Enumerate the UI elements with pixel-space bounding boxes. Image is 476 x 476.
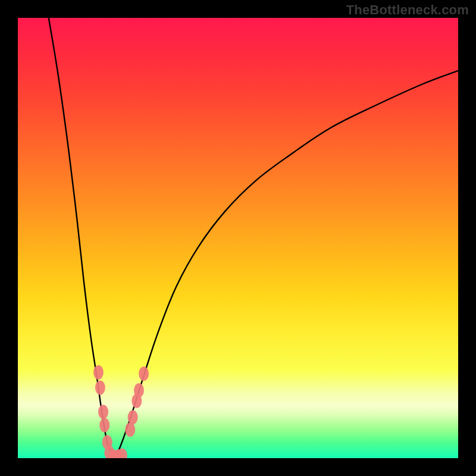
chart-frame: TheBottleneck.com (0, 0, 476, 476)
data-point (128, 410, 138, 424)
bottleneck-curve-left-branch (49, 18, 115, 458)
plot-area (18, 18, 458, 458)
data-point (95, 381, 105, 395)
data-point (134, 383, 144, 397)
bottleneck-curve-right-branch (115, 71, 458, 458)
data-point (98, 405, 108, 419)
data-point (93, 365, 104, 380)
data-point (99, 418, 109, 433)
data-point (125, 422, 135, 437)
watermark-text: TheBottleneck.com (346, 2, 469, 18)
data-point (139, 367, 149, 381)
curve-layer (18, 18, 458, 458)
